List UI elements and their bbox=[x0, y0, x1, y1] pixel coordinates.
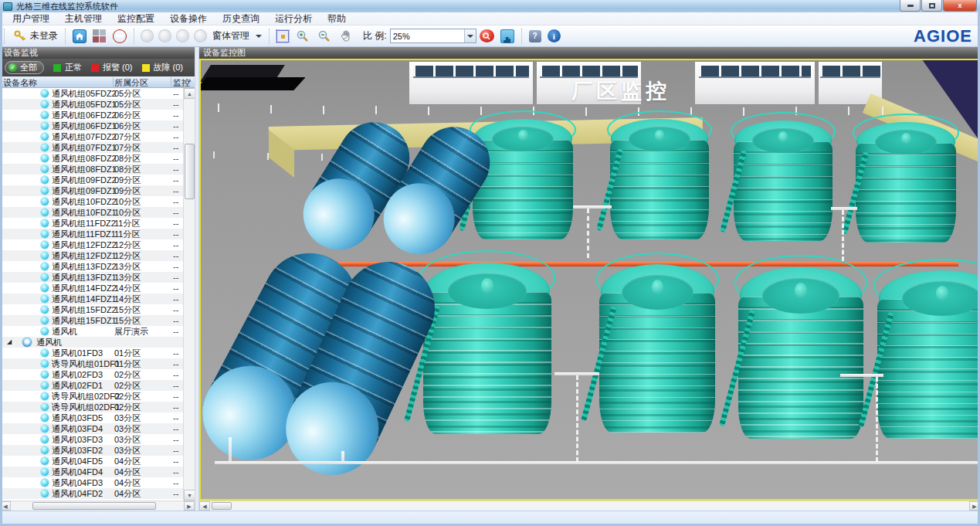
scroll-down-icon[interactable]: ▼ bbox=[184, 490, 195, 501]
pan-button[interactable] bbox=[335, 27, 357, 46]
device-row[interactable]: ◢ 通风机组14FDZ1 14分区 -- bbox=[0, 294, 183, 304]
device-row[interactable]: ◢ 通风机02FD3 02分区 -- bbox=[0, 369, 183, 380]
device-row[interactable]: ◢ 通风机组10FDZ1 10分区 -- bbox=[0, 207, 183, 218]
column-zone[interactable]: 所属分区 bbox=[114, 77, 148, 89]
device-row[interactable]: ◢ 通风机组15FDZ2 15分区 -- bbox=[0, 304, 183, 315]
info-button[interactable]: i bbox=[544, 28, 564, 44]
menu-item[interactable]: 设备操作 bbox=[162, 12, 215, 26]
device-row[interactable]: ◢ 通风机组08FDZ1 08分区 -- bbox=[0, 164, 183, 175]
device-row[interactable]: ◢ 通风机组11FDZ2 11分区 -- bbox=[0, 218, 183, 229]
device-row[interactable]: ◢ 通风机组07FDZ2 07分区 -- bbox=[0, 131, 183, 142]
horizontal-scrollbar-left[interactable]: ◀ ▶ bbox=[0, 501, 195, 511]
stop-button[interactable] bbox=[110, 28, 130, 45]
device-row[interactable]: ◢ 通风机组10FDZ2 10分区 -- bbox=[0, 196, 183, 207]
filter-fault[interactable]: 故障 (0) bbox=[142, 62, 184, 73]
minimize-button[interactable] bbox=[900, 0, 921, 12]
device-row[interactable]: ◢ 通风机04FD3 04分区 -- bbox=[0, 477, 183, 488]
device-row[interactable]: ◢ 诱导风机组01DF1 01分区 -- bbox=[0, 358, 183, 369]
storage-tank[interactable] bbox=[856, 122, 956, 243]
storage-tank[interactable] bbox=[599, 264, 715, 433]
vertical-scrollbar[interactable]: ▲ ▼ bbox=[183, 88, 195, 501]
device-name: 通风机 bbox=[36, 337, 62, 348]
filter-normal[interactable]: 正常 bbox=[53, 62, 82, 73]
device-row[interactable]: ◢ 通风机组15FDZ1 15分区 -- bbox=[0, 315, 183, 326]
device-monitor-panel: 设备监视 ✓ 全部 正常 报警 (0) 故障 (0) bbox=[0, 47, 195, 511]
device-row[interactable]: ◢ 通风机组05FDZ1 05分区 -- bbox=[0, 99, 183, 110]
menu-item[interactable]: 用户管理 bbox=[5, 12, 57, 26]
scene-3d-viewport[interactable]: 厂区监控 bbox=[199, 59, 980, 501]
device-row[interactable]: ◢ 通风机03FD3 03分区 -- bbox=[0, 434, 183, 445]
scale-label: 比 例: bbox=[363, 29, 387, 42]
device-row[interactable]: ◢ 通风机03FD5 03分区 -- bbox=[0, 412, 183, 423]
device-row[interactable]: ◢ 通风机03FD2 03分区 -- bbox=[0, 445, 183, 456]
scroll-up-icon[interactable]: ▲ bbox=[184, 88, 195, 99]
device-row[interactable]: ◢ 通风机组09FDZ2 09分区 -- bbox=[0, 175, 183, 185]
device-row[interactable]: ◢ 通风机04FD2 04分区 -- bbox=[0, 488, 183, 499]
window-manage-button[interactable]: 窗体管理 bbox=[209, 28, 265, 44]
advanced-zoom-button[interactable] bbox=[476, 28, 497, 44]
zoom-out-button[interactable] bbox=[314, 27, 335, 46]
scroll-thumb[interactable] bbox=[32, 502, 156, 510]
device-zone: 11分区 bbox=[114, 229, 140, 239]
menu-item[interactable]: 历史查询 bbox=[215, 12, 267, 26]
scroll-thumb[interactable] bbox=[212, 502, 232, 510]
device-row[interactable]: ◢ 通风机组06FDZ2 06分区 -- bbox=[0, 110, 183, 120]
device-row[interactable]: ◢ 通风机组13FDZ1 13分区 -- bbox=[0, 272, 183, 283]
device-row[interactable]: ◢ 诱导风机组02DF2 02分区 -- bbox=[0, 391, 183, 402]
pie-icon bbox=[194, 29, 207, 42]
device-row[interactable]: ◢ 通风机 展厅演示 -- bbox=[0, 326, 183, 337]
device-row[interactable]: ◢ 通风机组06FDZ1 06分区 -- bbox=[0, 120, 183, 131]
window-title: 光格三维在线监控系统软件 bbox=[16, 1, 118, 12]
home-button[interactable] bbox=[70, 28, 90, 45]
expand-icon[interactable]: ◢ bbox=[7, 337, 12, 348]
device-row[interactable]: ◢ 通风机组05FDZ2 05分区 -- bbox=[0, 88, 183, 99]
device-row[interactable]: ◢ 通风机03FD4 03分区 -- bbox=[0, 423, 183, 434]
zoom-in-button[interactable] bbox=[292, 27, 314, 46]
storage-tank[interactable] bbox=[473, 119, 573, 239]
filter-all-button[interactable]: ✓ 全部 bbox=[5, 61, 44, 74]
device-row[interactable]: ◢ 通风机组14FDZ2 14分区 -- bbox=[0, 283, 183, 294]
combo-drop-button[interactable] bbox=[464, 29, 476, 42]
device-zone: 14分区 bbox=[114, 294, 141, 304]
locate-button[interactable] bbox=[497, 28, 517, 45]
device-monitor-value: -- bbox=[173, 488, 178, 499]
storage-tank[interactable] bbox=[734, 120, 832, 241]
maximize-button[interactable] bbox=[921, 0, 942, 12]
device-zone: 03分区 bbox=[114, 434, 141, 445]
scroll-right-icon[interactable]: ▶ bbox=[184, 501, 195, 511]
device-row[interactable]: ◢ 通风机组07FDZ1 07分区 -- bbox=[0, 142, 183, 153]
filter-alarm[interactable]: 报警 (0) bbox=[91, 62, 133, 73]
device-row[interactable]: ◢ 通风机02FD1 02分区 -- bbox=[0, 380, 183, 391]
device-row[interactable]: ◢ 通风机组09FDZ1 09分区 -- bbox=[0, 185, 183, 196]
column-device-name[interactable]: 设备名称 bbox=[3, 77, 37, 89]
device-status-icon bbox=[41, 133, 49, 141]
menu-item[interactable]: 监控配置 bbox=[110, 12, 162, 26]
device-row[interactable]: ◢ 诱导风机组02DF1 02分区 -- bbox=[0, 402, 183, 412]
scale-combobox[interactable]: 25% bbox=[390, 29, 476, 43]
help-button[interactable]: ? bbox=[526, 29, 544, 44]
scroll-thumb[interactable] bbox=[185, 144, 195, 199]
menu-item[interactable]: 帮助 bbox=[320, 12, 354, 26]
select-region-button[interactable] bbox=[273, 29, 292, 44]
device-row[interactable]: ◢ 通风机组08FDZ2 08分区 -- bbox=[0, 153, 183, 164]
device-row[interactable]: ◢ 通风机组13FDZ2 13分区 -- bbox=[0, 261, 183, 272]
device-row[interactable]: ◢ 通风机组12FDZ1 12分区 -- bbox=[0, 250, 183, 261]
menu-item[interactable]: 主机管理 bbox=[57, 12, 110, 26]
device-row[interactable]: ◢ 通风机01FD3 01分区 -- bbox=[0, 348, 183, 358]
device-row[interactable]: ◢ 通风机04FD5 04分区 -- bbox=[0, 456, 183, 467]
scroll-left-icon[interactable]: ◀ bbox=[199, 501, 210, 511]
menu-item[interactable]: 运行分析 bbox=[267, 12, 320, 26]
close-button[interactable]: x bbox=[943, 0, 977, 12]
device-row[interactable]: ◢ 通风机04FD4 04分区 -- bbox=[0, 467, 183, 477]
login-button[interactable]: 未登录 bbox=[8, 27, 61, 46]
device-row[interactable]: ◢ 通风机 bbox=[0, 337, 183, 348]
device-row[interactable]: ◢ 通风机组11FDZ1 11分区 -- bbox=[0, 229, 183, 239]
horizontal-scrollbar-right[interactable]: ◀ ▶ bbox=[199, 501, 980, 511]
storage-tank[interactable] bbox=[877, 270, 980, 439]
device-monitor-value: -- bbox=[173, 99, 178, 110]
layout-button[interactable] bbox=[90, 28, 110, 45]
device-name: 诱导风机组01DF1 bbox=[52, 358, 120, 369]
device-row[interactable]: ◢ 通风机组12FDZ2 12分区 -- bbox=[0, 239, 183, 250]
storage-tank[interactable] bbox=[610, 119, 709, 239]
storage-tank[interactable] bbox=[738, 267, 863, 439]
